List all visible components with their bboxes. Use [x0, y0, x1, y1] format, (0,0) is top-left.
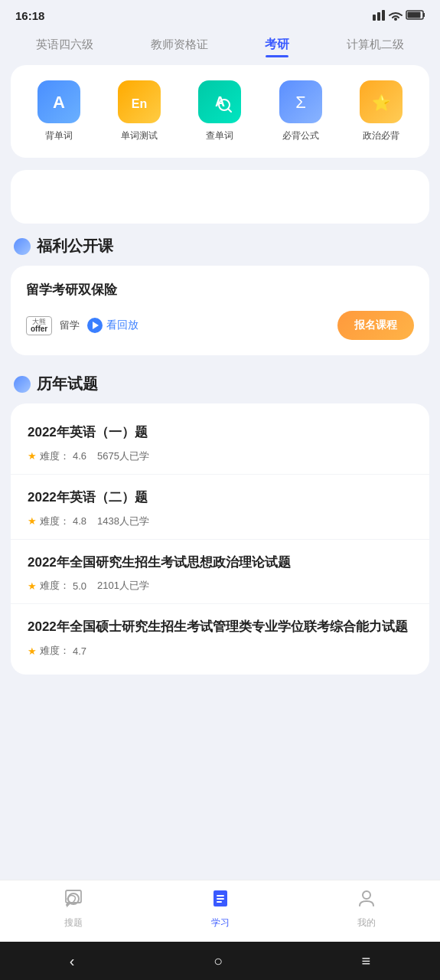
- exam-meta-3: ★ 难度：4.7: [28, 644, 412, 658]
- past-exams-dot: [14, 376, 31, 393]
- exam-meta-2: ★ 难度：5.0 2101人已学: [28, 579, 412, 593]
- svg-rect-6: [408, 11, 421, 18]
- svg-text:⭐: ⭐: [372, 93, 391, 112]
- difficulty-value-2: 5.0: [73, 580, 86, 592]
- difficulty-label-0: 难度：: [40, 449, 70, 463]
- svg-rect-2: [382, 10, 385, 21]
- welfare-bottom: 大熊 offer 留学 看回放 报名课程: [26, 311, 414, 340]
- welfare-course-title: 留学考研双保险: [26, 281, 414, 299]
- tab-teacher[interactable]: 教师资格证: [143, 34, 216, 55]
- tool-memorize[interactable]: A 背单词: [37, 80, 80, 142]
- difficulty-label-2: 难度：: [40, 579, 70, 593]
- star-icon-1: ★: [28, 515, 37, 527]
- tool-politics[interactable]: ⭐ 政治必背: [360, 80, 403, 142]
- study-abroad-tag: 留学: [60, 318, 80, 332]
- tool-lookup-label: 查单词: [206, 129, 233, 142]
- tool-formula-icon: Σ: [279, 80, 322, 123]
- exam-item-2[interactable]: 2022年全国研究生招生考试思想政治理论试题 ★ 难度：5.0 2101人已学: [11, 540, 429, 605]
- watch-replay-btn[interactable]: 看回放: [87, 318, 139, 333]
- exam-difficulty-2: ★ 难度：5.0: [28, 579, 86, 593]
- svg-point-3: [394, 18, 397, 21]
- play-triangle-icon: [93, 322, 99, 329]
- exam-title-2: 2022年全国研究生招生考试思想政治理论试题: [28, 554, 412, 572]
- status-bar: 16:18: [0, 0, 440, 28]
- nav-study[interactable]: 学习: [147, 888, 294, 929]
- svg-point-16: [363, 891, 370, 899]
- svg-line-11: [228, 109, 231, 112]
- svg-text:A: A: [53, 93, 65, 112]
- nav-mine-label: 我的: [357, 916, 376, 929]
- tab-english46[interactable]: 英语四六级: [28, 34, 101, 55]
- exam-meta-1: ★ 难度：4.8 1438人已学: [28, 514, 412, 528]
- exam-title-0: 2022年英语（一）题: [28, 423, 412, 442]
- study-nav-icon: [210, 888, 230, 913]
- system-menu-btn[interactable]: ≡: [347, 948, 386, 975]
- offer-badge: 大熊 offer: [26, 316, 52, 335]
- tool-memorize-icon: A: [37, 80, 80, 123]
- welfare-card: 留学考研双保险 大熊 offer 留学 看回放 报名课程: [11, 266, 429, 355]
- status-time: 16:18: [15, 9, 44, 22]
- exam-difficulty-0: ★ 难度：4.6: [28, 449, 86, 463]
- tool-formula-label: 必背公式: [282, 129, 319, 142]
- svg-rect-5: [423, 13, 425, 17]
- exam-list: 2022年英语（一）题 ★ 难度：4.6 5675人已学 2022年英语（二）题…: [11, 403, 429, 675]
- watch-replay-label: 看回放: [106, 318, 139, 332]
- exam-title-1: 2022年英语（二）题: [28, 488, 412, 507]
- past-exams-section: 历年试题 2022年英语（一）题 ★ 难度：4.6 5675人已学 2022年英…: [0, 374, 440, 675]
- star-icon-2: ★: [28, 580, 37, 592]
- exam-item-3[interactable]: 2022年全国硕士研究生招生考试管理类专业学位联考综合能力试题 ★ 难度：4.7: [11, 604, 429, 668]
- past-exams-title: 历年试题: [37, 374, 98, 394]
- difficulty-label-3: 难度：: [40, 644, 70, 658]
- tool-memorize-label: 背单词: [45, 129, 73, 142]
- tool-politics-icon: ⭐: [360, 80, 403, 123]
- nav-search-label: 搜题: [64, 916, 83, 929]
- tab-computer2[interactable]: 计算机二级: [339, 34, 412, 55]
- exam-meta-0: ★ 难度：4.6 5675人已学: [28, 449, 412, 463]
- tool-politics-label: 政治必背: [363, 129, 399, 142]
- tool-formula[interactable]: Σ 必背公式: [279, 80, 322, 142]
- tools-section: A 背单词 En 单词测试 A 查单词: [11, 65, 429, 158]
- search-nav-icon: [64, 888, 83, 913]
- tool-wordtest-label: 单词测试: [121, 129, 158, 142]
- mine-nav-icon: [357, 888, 376, 913]
- system-nav-bar: ‹ ○ ≡: [0, 942, 440, 980]
- nav-search[interactable]: 搜题: [0, 888, 147, 929]
- tool-lookup[interactable]: A 查单词: [198, 80, 241, 142]
- main-content: A 背单词 En 单词测试 A 查单词: [0, 65, 440, 748]
- battery-icon: [373, 8, 425, 23]
- tool-wordtest-icon: En: [118, 80, 161, 123]
- welfare-section-dot: [14, 238, 31, 255]
- difficulty-label-1: 难度：: [40, 514, 70, 528]
- svg-text:Σ: Σ: [295, 93, 306, 112]
- nav-tabs: 英语四六级 教师资格证 考研 计算机二级: [0, 28, 440, 65]
- system-back-btn[interactable]: ‹: [54, 948, 90, 975]
- tab-graduate[interactable]: 考研: [257, 34, 297, 56]
- exam-item-0[interactable]: 2022年英语（一）题 ★ 难度：4.6 5675人已学: [11, 410, 429, 475]
- difficulty-value-1: 4.8: [73, 515, 86, 527]
- svg-rect-0: [373, 15, 376, 21]
- play-circle-icon: [87, 318, 103, 333]
- system-home-btn[interactable]: ○: [198, 948, 238, 975]
- exam-difficulty-1: ★ 难度：4.8: [28, 514, 86, 528]
- exam-item-1[interactable]: 2022年英语（二）题 ★ 难度：4.8 1438人已学: [11, 475, 429, 540]
- nav-study-label: 学习: [211, 916, 230, 929]
- learners-0: 5675人已学: [97, 449, 149, 463]
- exam-difficulty-3: ★ 难度：4.7: [28, 644, 86, 658]
- bottom-nav: 搜题 学习 我的: [0, 880, 440, 942]
- learners-2: 2101人已学: [97, 579, 149, 593]
- status-icons: [373, 8, 425, 23]
- tool-wordtest[interactable]: En 单词测试: [118, 80, 161, 142]
- star-icon-3: ★: [28, 645, 37, 657]
- difficulty-value-3: 4.7: [73, 645, 86, 657]
- svg-rect-1: [377, 12, 380, 21]
- offer-badge-bottom: offer: [31, 325, 47, 333]
- nav-mine[interactable]: 我的: [293, 888, 440, 929]
- tool-lookup-icon: A: [198, 80, 241, 123]
- enroll-button[interactable]: 报名课程: [337, 311, 414, 340]
- svg-text:En: En: [132, 97, 147, 110]
- exam-title-3: 2022年全国硕士研究生招生考试管理类专业学位联考综合能力试题: [28, 618, 412, 636]
- difficulty-value-0: 4.6: [73, 450, 86, 462]
- learners-1: 1438人已学: [97, 514, 149, 528]
- welfare-section-header: 福利公开课: [0, 236, 440, 256]
- banner-card: [11, 170, 429, 224]
